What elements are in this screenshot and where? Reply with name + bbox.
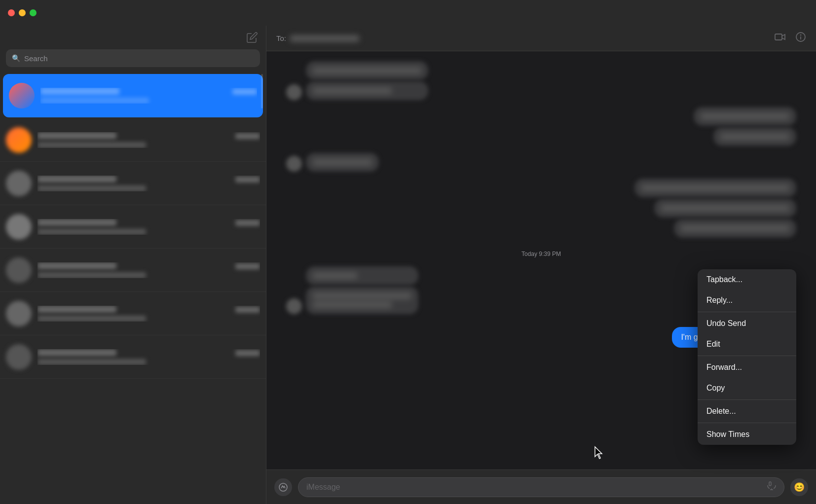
chat-header: To: <box>266 26 816 51</box>
recipient-blur <box>290 35 359 42</box>
apps-icon-button[interactable] <box>274 478 292 496</box>
context-menu-reply[interactable]: Reply... <box>698 290 796 311</box>
search-icon: 🔍 <box>12 54 20 62</box>
bubble-outgoing-1 <box>694 107 796 126</box>
bubbles-stack-1 <box>306 61 428 100</box>
input-placeholder: iMessage <box>306 483 340 492</box>
emoji-button[interactable]: 😊 <box>790 478 808 496</box>
scrollbar[interactable] <box>261 74 263 108</box>
context-menu-divider-3 <box>698 399 796 400</box>
conv-content-2 <box>37 132 260 148</box>
msg-avatar-small-3 <box>286 298 302 314</box>
traffic-lights <box>8 9 37 16</box>
bubble-incoming-3 <box>306 153 379 172</box>
context-menu-show-times[interactable]: Show Times <box>698 424 796 445</box>
context-menu-copy[interactable]: Copy <box>698 378 796 398</box>
msg-avatar-small <box>286 84 302 100</box>
svg-rect-5 <box>769 482 771 486</box>
emoji-icon: 😊 <box>794 482 805 493</box>
input-bar: iMessage 😊 <box>266 469 816 504</box>
bubbles-stack-2 <box>306 153 379 172</box>
avatar-7 <box>6 344 32 370</box>
compose-icon[interactable] <box>246 32 258 43</box>
sidebar-header <box>0 26 266 49</box>
svg-point-3 <box>801 35 801 36</box>
context-menu-divider-4 <box>698 423 796 423</box>
message-group-1 <box>286 61 796 100</box>
conv-content-4 <box>37 219 260 235</box>
search-container: 🔍 <box>0 49 266 73</box>
conversation-item-3[interactable] <box>0 162 266 205</box>
audio-icon <box>767 481 776 493</box>
avatar-2 <box>6 127 32 153</box>
search-input[interactable] <box>24 54 254 63</box>
main-container: 🔍 <box>0 26 816 504</box>
sidebar: 🔍 <box>0 26 266 504</box>
search-bar: 🔍 <box>6 49 260 67</box>
message-group-4 <box>286 179 796 238</box>
avatar-1 <box>9 83 35 108</box>
video-call-icon[interactable] <box>775 33 785 44</box>
bubble-outgoing-5 <box>674 219 796 238</box>
context-menu-delete[interactable]: Delete... <box>698 401 796 422</box>
conv-content-6 <box>37 306 260 322</box>
to-label: To: <box>276 34 286 42</box>
bubble-incoming-5 <box>306 287 418 314</box>
conv-content-3 <box>37 176 260 191</box>
conversation-item-7[interactable] <box>0 335 266 379</box>
context-menu: Tapback... Reply... Undo Send Edit Forwa… <box>698 269 796 445</box>
to-row: To: <box>276 34 359 42</box>
context-menu-tapback[interactable]: Tapback... <box>698 269 796 290</box>
message-group-3 <box>286 153 796 172</box>
bubble-outgoing-2 <box>713 127 796 146</box>
maximize-button[interactable] <box>30 9 37 16</box>
svg-rect-0 <box>775 34 782 40</box>
bubble-outgoing-3 <box>634 179 796 197</box>
info-icon[interactable] <box>795 32 806 45</box>
msg-avatar-small-2 <box>286 156 302 172</box>
context-menu-forward[interactable]: Forward... <box>698 357 796 378</box>
title-bar <box>0 0 816 26</box>
conversation-item-2[interactable] <box>0 118 266 162</box>
conversation-item-1[interactable] <box>3 74 263 117</box>
bubble-incoming-1 <box>306 61 428 80</box>
conv-content-1 <box>40 88 257 104</box>
bubble-incoming-4 <box>306 266 418 285</box>
header-icons <box>775 32 806 45</box>
conv-content-7 <box>37 349 260 365</box>
context-menu-divider-1 <box>698 312 796 312</box>
bubble-outgoing-4 <box>654 199 796 217</box>
conversation-item-6[interactable] <box>0 292 266 335</box>
avatar-5 <box>6 257 32 283</box>
context-menu-divider-2 <box>698 356 796 356</box>
message-group-2 <box>286 107 796 146</box>
context-menu-undo-send[interactable]: Undo Send <box>698 313 796 334</box>
conversation-item-4[interactable] <box>0 205 266 249</box>
bubbles-stack-3 <box>306 266 418 314</box>
bubble-incoming-2 <box>306 81 428 100</box>
avatar-3 <box>6 171 32 196</box>
avatar-6 <box>6 301 32 326</box>
context-menu-edit[interactable]: Edit <box>698 334 796 355</box>
conv-content-5 <box>37 262 260 278</box>
minimize-button[interactable] <box>19 9 26 16</box>
avatar-4 <box>6 214 32 240</box>
close-button[interactable] <box>8 9 15 16</box>
conversation-list <box>0 73 266 504</box>
message-input[interactable]: iMessage <box>298 477 784 497</box>
chat-panel: To: <box>266 26 816 504</box>
conversation-item-5[interactable] <box>0 249 266 292</box>
timestamp: Today 9:39 PM <box>286 251 796 257</box>
